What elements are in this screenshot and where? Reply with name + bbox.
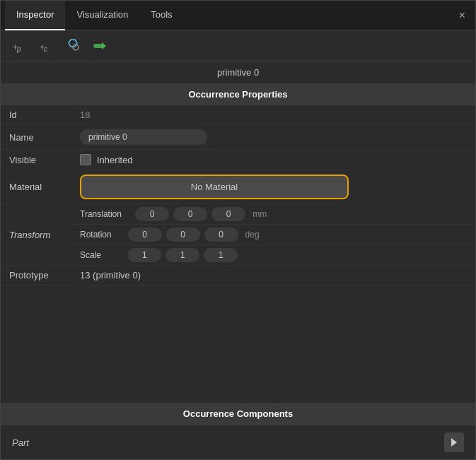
translation-label: Translation — [80, 209, 122, 219]
tab-visualization[interactable]: Visualization — [65, 1, 139, 30]
scale-x-input[interactable]: 1 — [127, 248, 161, 262]
add-primitive-button[interactable]: + p — [8, 35, 30, 57]
prototype-label: Prototype — [1, 266, 71, 285]
visible-inherited-text: Inherited — [97, 155, 133, 165]
occurrence-components-label: Occurrence Components — [183, 408, 293, 419]
part-navigate-button[interactable] — [444, 432, 464, 452]
name-row: Name primitive 0 — [1, 125, 475, 150]
material-row: Material No Material — [1, 170, 475, 204]
add-component-button[interactable]: + c — [35, 35, 57, 57]
part-row: Part — [1, 425, 475, 459]
navigate-button[interactable] — [88, 35, 111, 57]
id-value-text: 18 — [80, 110, 90, 120]
tab-inspector-label: Inspector — [16, 9, 54, 20]
svg-text:c: c — [44, 45, 47, 53]
prototype-value-text: 13 (primitive 0) — [80, 270, 141, 281]
svg-marker-8 — [451, 438, 457, 447]
visible-value: Inherited — [71, 150, 475, 170]
rotation-unit: deg — [243, 230, 260, 240]
svg-text:p: p — [16, 45, 21, 53]
tab-tools-label: Tools — [151, 9, 172, 20]
prototype-value: 13 (primitive 0) — [71, 266, 475, 285]
rotation-z-input[interactable]: 0 — [204, 228, 238, 242]
scale-values: Scale 1 1 1 — [71, 245, 475, 266]
scale-z-input[interactable]: 1 — [204, 248, 238, 262]
visible-label: Visible — [1, 150, 71, 170]
prototype-row: Prototype 13 (primitive 0) — [1, 266, 475, 285]
tab-inspector[interactable]: Inspector — [5, 1, 65, 30]
scale-label: Scale — [80, 250, 101, 260]
rotation-y-input[interactable]: 0 — [166, 228, 200, 242]
close-button[interactable]: × — [453, 7, 471, 24]
visible-checkbox[interactable] — [80, 154, 91, 165]
tab-visualization-label: Visualization — [76, 9, 128, 20]
part-label: Part — [12, 437, 29, 448]
rotation-values: Rotation 0 0 0 deg — [71, 225, 475, 245]
material-button-label: No Material — [191, 182, 238, 192]
pattern-button[interactable] — [62, 35, 84, 57]
tab-bar: Inspector Visualization Tools × — [1, 1, 475, 30]
material-value: No Material — [71, 170, 475, 204]
occurrence-properties-header: Occurrence Properties — [1, 83, 475, 105]
rotation-label: Rotation — [80, 230, 112, 240]
content-area: primitive 0 Occurrence Properties Id 18 … — [1, 61, 475, 459]
translation-unit: mm — [250, 209, 267, 219]
transform-scale-row: Scale 1 1 1 — [1, 245, 475, 266]
material-button[interactable]: No Material — [80, 175, 349, 199]
main-window: Inspector Visualization Tools × + p + c — [0, 0, 476, 460]
svg-marker-7 — [102, 42, 106, 49]
scale-y-input[interactable]: 1 — [166, 248, 199, 262]
id-value: 18 — [71, 105, 475, 125]
rotation-x-input[interactable]: 0 — [128, 228, 162, 242]
name-value[interactable]: primitive 0 — [71, 125, 475, 150]
translation-y-input[interactable]: 0 — [173, 207, 207, 221]
svg-rect-6 — [93, 44, 103, 48]
occurrence-components-header: Occurrence Components — [1, 403, 475, 425]
primitive-title-text: primitive 0 — [217, 67, 259, 78]
name-label: Name — [1, 125, 71, 150]
id-row: Id 18 — [1, 105, 475, 125]
material-label: Material — [1, 170, 71, 204]
transform-label: Transform — [1, 204, 71, 266]
toolbar: + p + c — [1, 30, 475, 61]
properties-table: Id 18 Name primitive 0 Visible Inherited — [1, 105, 475, 285]
transform-translation-row: Transform Translation 0 0 0 mm — [1, 204, 475, 225]
svg-marker-4 — [69, 40, 77, 47]
primitive-title: primitive 0 — [1, 61, 475, 83]
id-label: Id — [1, 105, 71, 125]
transform-rotation-row: Rotation 0 0 0 deg — [1, 225, 475, 245]
tab-tools[interactable]: Tools — [139, 1, 183, 30]
translation-x-input[interactable]: 0 — [135, 207, 169, 221]
name-input[interactable]: primitive 0 — [80, 129, 207, 145]
translation-z-input[interactable]: 0 — [211, 207, 245, 221]
occurrence-properties-label: Occurrence Properties — [188, 89, 287, 100]
visible-row: Visible Inherited — [1, 150, 475, 170]
translation-values: Translation 0 0 0 mm — [71, 204, 475, 225]
